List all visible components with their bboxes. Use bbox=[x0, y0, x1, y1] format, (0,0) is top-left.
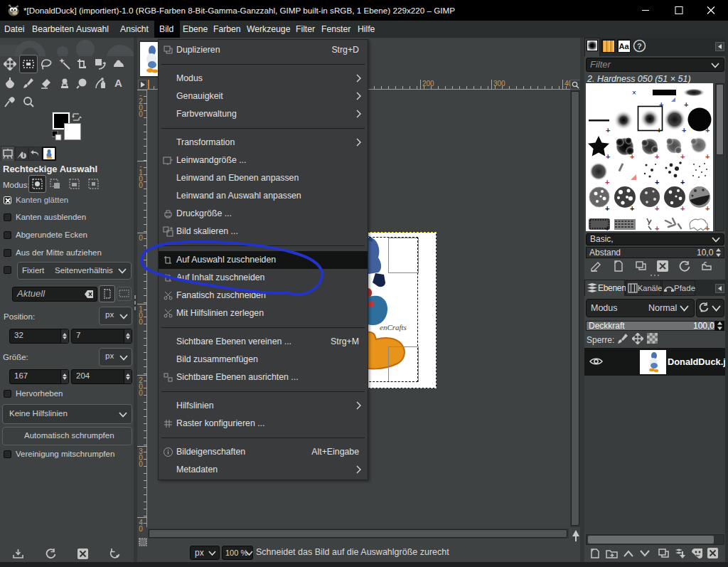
svg-text:+: + bbox=[684, 100, 688, 109]
svg-text:+: + bbox=[657, 126, 661, 134]
svg-text:+: + bbox=[659, 100, 663, 109]
svg-text:+: + bbox=[606, 152, 610, 161]
svg-text:+: + bbox=[655, 224, 659, 231]
svg-text:+: + bbox=[605, 204, 609, 213]
svg-text:×: × bbox=[632, 89, 636, 97]
svg-text:+: + bbox=[605, 224, 609, 231]
svg-text:+: + bbox=[680, 152, 685, 161]
svg-text:+: + bbox=[705, 126, 710, 134]
svg-text:+: + bbox=[705, 204, 710, 213]
svg-text:+: + bbox=[655, 204, 659, 213]
svg-text:+: + bbox=[630, 204, 634, 213]
svg-text:+: + bbox=[682, 126, 686, 134]
svg-text:+: + bbox=[630, 152, 634, 161]
svg-text:?: ? bbox=[637, 42, 642, 51]
svg-text:+: + bbox=[705, 152, 710, 161]
svg-text:+: + bbox=[606, 126, 610, 134]
svg-text:+: + bbox=[705, 224, 710, 231]
svg-text:+: + bbox=[680, 178, 685, 186]
svg-text:+: + bbox=[655, 152, 659, 161]
svg-text:+: + bbox=[655, 178, 659, 186]
svg-text:+: + bbox=[680, 204, 685, 213]
svg-text:+: + bbox=[605, 178, 609, 186]
